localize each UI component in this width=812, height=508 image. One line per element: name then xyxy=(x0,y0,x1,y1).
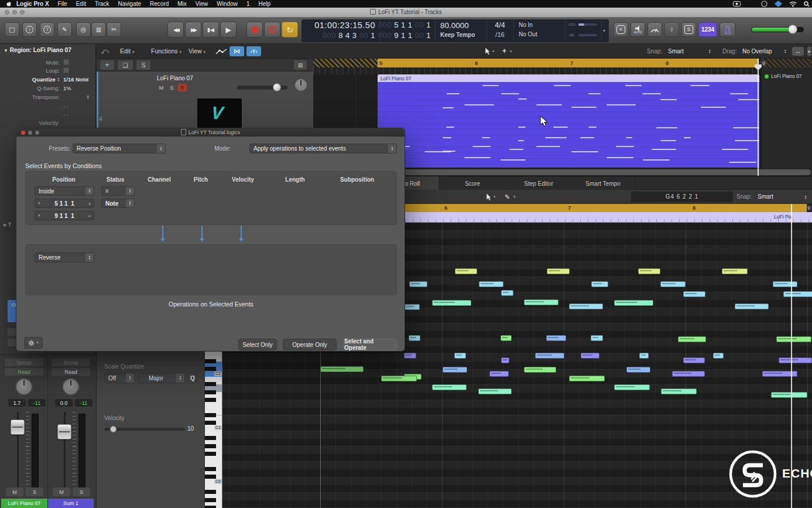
status-condition-menu[interactable]: =▲▼ xyxy=(101,186,135,196)
minimize-window-button[interactable] xyxy=(12,10,17,15)
close-window-button[interactable] xyxy=(5,10,9,15)
piano-key-black[interactable] xyxy=(205,475,216,479)
midi-note[interactable] xyxy=(569,376,605,381)
editor-pencil-tool-icon[interactable]: ✎ xyxy=(505,190,510,204)
mixer-gain-value[interactable]: 0.0 xyxy=(55,399,73,407)
midi-note[interactable] xyxy=(454,353,466,359)
piano-key-black[interactable] xyxy=(205,467,216,471)
midi-note[interactable] xyxy=(661,388,697,394)
flex-icon[interactable]: ⋈ xyxy=(229,46,244,56)
wifi-icon[interactable] xyxy=(789,1,797,7)
piano-key-black[interactable] xyxy=(205,506,216,508)
pointer-tool-icon[interactable] xyxy=(485,47,490,55)
menu-mix[interactable]: Mix xyxy=(177,1,187,7)
master-volume-slider[interactable] xyxy=(751,27,804,32)
edit-menu[interactable]: Edit ▾ xyxy=(120,44,135,59)
tuner-icon[interactable] xyxy=(647,22,662,37)
auto-input-monitor-icon[interactable]: AUTO xyxy=(631,22,645,37)
track-volume-knob[interactable] xyxy=(273,83,281,91)
pointer-tool-chevron-icon[interactable]: ▾ xyxy=(492,44,495,59)
menu-navigate[interactable]: Navigate xyxy=(118,1,141,7)
piano-key-black[interactable] xyxy=(205,498,216,502)
midi-note[interactable] xyxy=(501,290,513,296)
mixer-pan-knob[interactable] xyxy=(62,378,80,396)
midi-note[interactable] xyxy=(614,300,653,306)
region-inspector-header[interactable]: ▼ Region: LoFi Piano 07 xyxy=(4,47,71,53)
catch-playhead-icon[interactable]: ›T‹ xyxy=(246,46,261,56)
editors-icon[interactable]: ✂ xyxy=(107,22,121,37)
add-track-button[interactable]: + xyxy=(100,60,114,70)
operation-menu[interactable]: Reverse▲▼ xyxy=(35,253,94,262)
drag-menu[interactable]: No Overlap xyxy=(742,44,772,59)
menu-1[interactable]: 1 xyxy=(246,1,250,7)
master-volume-knob[interactable] xyxy=(788,25,797,34)
midi-note[interactable] xyxy=(678,336,706,342)
help-icon[interactable]: ? xyxy=(40,22,54,37)
midi-note[interactable] xyxy=(581,353,599,359)
mixer-icon[interactable]: ▥ xyxy=(91,22,106,37)
lcd-position[interactable]: 000 5 1 1 00 1 000 9 1 1 00 1 xyxy=(380,19,434,42)
midi-transform-dialog[interactable]: LoFi YT Tutorial.logicx Presets: Reverse… xyxy=(16,128,405,352)
scale-quantize-scale-menu[interactable]: Major▲▼ xyxy=(138,373,185,383)
snap-chevron-icon[interactable]: ▲▼ xyxy=(708,49,711,54)
mixer-solo-button[interactable]: S xyxy=(26,487,43,496)
apple-icon[interactable] xyxy=(6,1,12,7)
midi-note[interactable] xyxy=(409,335,420,341)
lcd-time-signature[interactable]: 4/4 /16 xyxy=(486,19,513,42)
midi-note[interactable] xyxy=(614,384,650,390)
midi-note[interactable] xyxy=(432,384,467,390)
midi-note[interactable] xyxy=(443,367,467,373)
dialog-close-button[interactable] xyxy=(21,131,25,135)
midi-note[interactable] xyxy=(771,392,807,398)
record-button[interactable] xyxy=(246,22,263,37)
midi-note[interactable] xyxy=(672,371,705,377)
cycle-region[interactable] xyxy=(378,59,759,67)
rewind-button[interactable]: ◀◀ xyxy=(167,22,184,37)
midi-note[interactable] xyxy=(776,336,811,342)
midi-note[interactable] xyxy=(683,357,705,363)
punch-icon[interactable]: × xyxy=(614,22,628,37)
mode-menu[interactable]: Apply operations to selected events▲▼ xyxy=(249,144,397,154)
midi-note[interactable] xyxy=(762,371,797,377)
track-pan-knob[interactable] xyxy=(294,78,308,92)
screen-recording-icon[interactable] xyxy=(733,1,741,6)
collapsed-track-disclosure[interactable]: ▶ T xyxy=(4,221,11,227)
tab-smart-tempo[interactable]: Smart Tempo xyxy=(571,176,636,190)
midi-note[interactable] xyxy=(489,371,509,377)
midi-note[interactable] xyxy=(432,300,471,306)
mixer-group-button[interactable]: Group xyxy=(5,359,43,366)
menu-file[interactable]: File xyxy=(58,1,67,7)
midi-note[interactable] xyxy=(569,304,603,309)
play-button[interactable]: ▶ xyxy=(220,22,237,37)
mixer-mute-button[interactable]: M xyxy=(6,487,23,496)
midi-note[interactable] xyxy=(713,353,724,359)
menu-view[interactable]: View xyxy=(196,1,208,7)
position-condition-menu[interactable]: Inside▲▼ xyxy=(35,186,94,196)
velocity-slider-thumb[interactable] xyxy=(110,426,117,432)
midi-note[interactable] xyxy=(381,376,417,381)
horizontal-scrollbar[interactable] xyxy=(378,169,811,175)
position-from-stepper[interactable]: ▼5 1 1 1▲ xyxy=(35,199,94,208)
mixer-track-label[interactable]: LoFi Piano 07 xyxy=(1,499,47,508)
metronome-icon[interactable] xyxy=(720,22,735,37)
gear-menu-button[interactable]: ▾ xyxy=(24,337,43,349)
track-name[interactable]: LoFi Piano 07 xyxy=(157,75,193,81)
spotlight-icon[interactable] xyxy=(804,1,810,7)
midi-note[interactable] xyxy=(501,357,509,363)
undo-arrow-icon[interactable]: ⤺ xyxy=(101,44,109,59)
secondary-tool-chevron-icon[interactable]: ▾ xyxy=(510,44,512,59)
swirl-icon[interactable] xyxy=(761,1,768,7)
piano-key-black[interactable] xyxy=(205,421,216,425)
midi-note[interactable] xyxy=(547,268,570,274)
midi-note[interactable] xyxy=(524,367,556,373)
menu-logic-pro-x[interactable]: Logic Pro X xyxy=(16,1,49,7)
region-mute-row[interactable]: Mute: xyxy=(0,59,94,66)
midi-note[interactable] xyxy=(779,357,812,363)
midi-note[interactable] xyxy=(773,281,797,287)
midi-note[interactable] xyxy=(404,304,420,310)
window-title-bar[interactable]: LoFi YT Tutorial - Tracks xyxy=(0,8,812,18)
midi-note[interactable] xyxy=(479,281,503,287)
midi-region-header[interactable]: LoFi Piano 07 xyxy=(378,74,759,82)
lcd-smpte[interactable]: 01:00:23:15.50 000 8 4 3 00 1 xyxy=(301,19,379,42)
automation-icon[interactable] xyxy=(215,49,227,54)
